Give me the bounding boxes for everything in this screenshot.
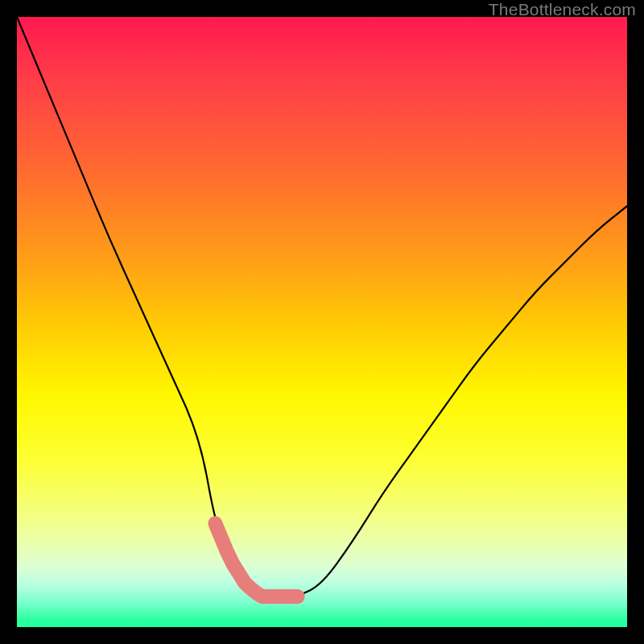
chart-container <box>17 17 627 627</box>
bottleneck-curve-line <box>17 17 627 597</box>
minimum-highlight-line <box>215 523 297 597</box>
chart-svg <box>17 17 627 627</box>
